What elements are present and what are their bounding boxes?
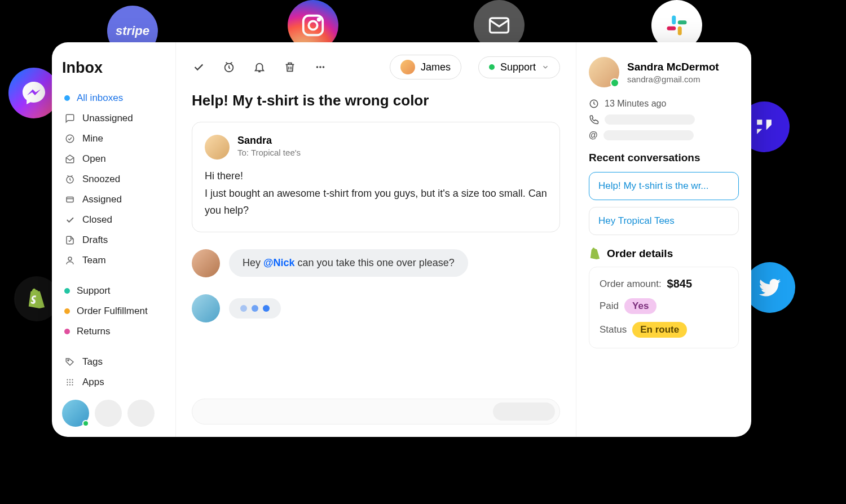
sidebar-title: Inbox	[62, 59, 165, 77]
avatar[interactable]	[95, 400, 122, 427]
svg-point-9	[67, 379, 68, 380]
conversation-panel: James Support Help! My t-shirt is the wr…	[176, 42, 576, 437]
nav-label: Unassigned	[82, 113, 133, 124]
notification-button[interactable]	[253, 60, 266, 74]
note-bubble: Hey @Nick can you take this one over ple…	[229, 249, 468, 277]
svg-point-2	[318, 19, 320, 21]
handle-row: @	[589, 130, 739, 140]
typing-indicator	[229, 298, 281, 319]
svg-point-1	[309, 21, 317, 29]
status-badge: En route	[632, 322, 687, 338]
avatar	[589, 57, 619, 87]
draft-icon	[64, 235, 76, 246]
assignee-name: James	[421, 61, 451, 73]
dot-icon	[64, 288, 70, 294]
svg-rect-6	[67, 197, 73, 202]
app-window: Inbox All inboxes Unassigned Mine Open S…	[52, 42, 751, 437]
nav-label: Order Fulfillment	[77, 306, 148, 317]
recent-conversation[interactable]: Hey Tropical Tees	[589, 207, 739, 235]
avatar	[192, 249, 220, 277]
more-button[interactable]	[314, 60, 327, 74]
nav-label: Closed	[82, 214, 112, 226]
last-seen-text: 13 Minutes ago	[605, 99, 666, 109]
toolbar: James Support	[192, 55, 560, 79]
team-returns[interactable]: Returns	[62, 321, 165, 342]
avatar[interactable]	[62, 400, 89, 427]
customer-name: Sandra McDermot	[627, 61, 719, 73]
assigned-icon	[64, 194, 76, 205]
nav-apps[interactable]: Apps	[62, 372, 165, 392]
customer-message: Sandra To: Tropical tee's Hi there! I ju…	[192, 122, 560, 232]
conversation-subject: Help! My t-shirt is the wrong color	[192, 92, 560, 109]
avatar	[400, 60, 415, 74]
team-selector[interactable]: Support	[478, 56, 560, 78]
order-details-header: Order details	[589, 247, 739, 260]
nav-all-inboxes[interactable]: All inboxes	[62, 88, 165, 108]
nav-snoozed[interactable]: Snoozed	[62, 169, 165, 189]
team-support[interactable]: Support	[62, 281, 165, 301]
dot-icon	[64, 308, 70, 314]
paid-label: Paid	[600, 300, 619, 312]
nav-label: Snoozed	[82, 174, 120, 185]
svg-point-12	[67, 382, 68, 383]
nav-drafts[interactable]: Drafts	[62, 230, 165, 250]
chevron-down-icon	[541, 63, 549, 71]
snooze-button[interactable]	[222, 60, 236, 74]
dot-icon	[64, 329, 70, 334]
placeholder	[603, 130, 694, 140]
nav-label: Returns	[77, 326, 111, 337]
avatar[interactable]	[127, 400, 155, 427]
close-conversation-button[interactable]	[192, 60, 205, 74]
nav-mine[interactable]: Mine	[62, 129, 165, 149]
svg-point-16	[69, 384, 70, 385]
send-button[interactable]	[493, 403, 555, 421]
recent-conversation[interactable]: Help! My t-shirt is the wr...	[589, 172, 739, 200]
twitter-icon	[744, 262, 795, 313]
message-icon	[64, 113, 76, 124]
mention[interactable]: @Nick	[263, 257, 295, 268]
recipient: To: Tropical tee's	[237, 148, 301, 157]
team-name: Support	[500, 61, 536, 73]
nav-closed[interactable]: Closed	[62, 210, 165, 230]
nav-unassigned[interactable]: Unassigned	[62, 108, 165, 129]
nav-label: All inboxes	[77, 92, 123, 104]
nav-label: Open	[82, 153, 106, 165]
svg-point-17	[72, 384, 73, 385]
compose-input[interactable]	[192, 399, 560, 425]
svg-point-15	[67, 384, 68, 385]
svg-point-19	[316, 66, 319, 68]
recent-title: Recent conversations	[589, 152, 739, 164]
svg-point-7	[68, 257, 72, 260]
svg-point-20	[319, 66, 321, 68]
person-icon	[64, 255, 76, 266]
delete-button[interactable]	[283, 60, 297, 74]
tag-icon	[64, 356, 76, 368]
nav-label: Apps	[82, 377, 104, 388]
details-panel: Sandra McDermot sandra@gmail.com 13 Minu…	[576, 42, 751, 437]
phone-row	[589, 114, 739, 125]
team-order-fulfillment[interactable]: Order Fulfillment	[62, 301, 165, 321]
svg-point-4	[66, 135, 74, 143]
phone-icon	[589, 114, 599, 125]
assignee-selector[interactable]: James	[390, 55, 461, 79]
nav-assigned[interactable]: Assigned	[62, 189, 165, 210]
dot-icon	[64, 95, 70, 101]
internal-note: Hey @Nick can you take this one over ple…	[192, 249, 560, 277]
sidebar: Inbox All inboxes Unassigned Mine Open S…	[52, 42, 176, 437]
check-circle-icon	[64, 133, 76, 144]
nav-label: Team	[82, 255, 106, 266]
customer-email: sandra@gmail.com	[627, 74, 719, 84]
svg-point-8	[68, 360, 69, 361]
nav-open[interactable]: Open	[62, 149, 165, 169]
nav-team[interactable]: Team	[62, 250, 165, 271]
last-seen: 13 Minutes ago	[589, 99, 739, 109]
dot-icon	[489, 64, 495, 70]
nav-label: Assigned	[82, 194, 122, 205]
customer-header: Sandra McDermot sandra@gmail.com	[589, 57, 739, 87]
paid-badge: Yes	[624, 298, 656, 314]
nav-tags[interactable]: Tags	[62, 352, 165, 372]
typing-indicator-row	[192, 294, 560, 322]
avatar	[205, 135, 230, 160]
order-amount-label: Order amount:	[600, 278, 662, 290]
svg-point-10	[69, 379, 70, 380]
